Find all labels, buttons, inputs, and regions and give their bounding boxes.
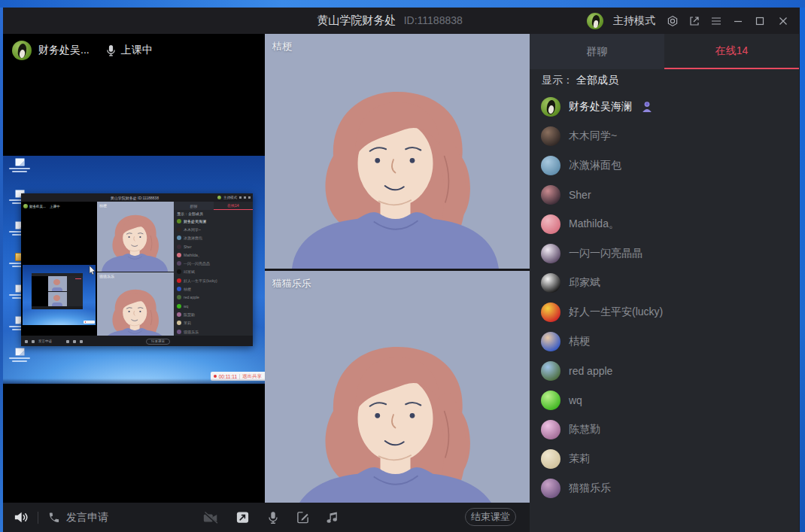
member-avatar bbox=[541, 273, 560, 293]
class-status: 上课中 bbox=[121, 44, 153, 57]
shared-app-window: 黄山学院财务处 ID:11188838 主持模式 bbox=[21, 193, 253, 346]
video-label-1: 桔梗 bbox=[272, 40, 292, 53]
mini-member-row: 好人一生平安(lucky) bbox=[174, 276, 253, 284]
room-title: 黄山学院财务处 bbox=[317, 14, 396, 26]
mic-button[interactable] bbox=[266, 511, 280, 524]
music-button[interactable] bbox=[326, 511, 339, 524]
member-avatar bbox=[541, 302, 560, 322]
member-row[interactable]: 茉莉 bbox=[530, 444, 799, 473]
member-name: 一闪一闪亮晶晶 bbox=[569, 247, 642, 260]
minimize-button[interactable] bbox=[732, 15, 744, 27]
member-name: Mathilda。 bbox=[569, 217, 619, 231]
presenter-avatar bbox=[12, 41, 32, 60]
menu-icon[interactable] bbox=[710, 15, 722, 27]
member-avatar bbox=[541, 361, 560, 381]
mini-member-row: Sher bbox=[174, 242, 253, 251]
presenter-name: 财务处吴... bbox=[38, 44, 90, 57]
speaker-button[interactable] bbox=[13, 509, 29, 525]
member-avatar bbox=[541, 244, 560, 263]
video-label-2: 猫猫乐乐 bbox=[272, 277, 311, 290]
filter-value[interactable]: 全部成员 bbox=[576, 74, 618, 87]
member-row[interactable]: 桔梗 bbox=[530, 327, 799, 356]
mini-member-row: 邱家斌 bbox=[174, 268, 253, 276]
member-name: red apple bbox=[569, 365, 612, 377]
titlebar: 黄山学院财务处 ID:11188838 主持模式 bbox=[3, 8, 800, 34]
shared-screen-recursion bbox=[23, 265, 96, 325]
member-row[interactable]: 木木同学~ bbox=[530, 121, 799, 150]
exit-share-button[interactable]: 退出共享 bbox=[242, 373, 262, 380]
member-name: 财务处吴海澜 bbox=[569, 100, 632, 114]
mini-member-row: 桔梗 bbox=[174, 284, 253, 293]
member-list: 财务处吴海澜 木木同学~ 冰激淋面包 Sher Mathilda。 一闪一闪亮晶… bbox=[530, 92, 799, 532]
member-avatar bbox=[541, 479, 560, 498]
member-name: 桔梗 bbox=[569, 335, 590, 348]
phone-icon[interactable] bbox=[47, 511, 60, 524]
member-row[interactable]: 财务处吴海澜 bbox=[530, 92, 799, 121]
presenter-video-area: 财务处吴... 上课中 bbox=[3, 34, 265, 503]
share-timer: 00:11:11 bbox=[219, 374, 237, 379]
window-title: 黄山学院财务处 ID:11188838 bbox=[317, 14, 463, 28]
app-window: 黄山学院财务处 ID:11188838 主持模式 bbox=[3, 8, 800, 532]
desktop-background: 黄山学院财务处 ID:11188838 主持模式 bbox=[0, 0, 805, 532]
mini-member-row: wq bbox=[174, 302, 253, 310]
screen-share-button[interactable] bbox=[235, 510, 250, 524]
mini-member-row: 一闪一闪亮晶晶 bbox=[174, 259, 253, 267]
whiteboard-button[interactable] bbox=[296, 511, 309, 524]
member-name: Sher bbox=[569, 189, 591, 201]
mini-member-row: Mathilda。 bbox=[174, 251, 253, 259]
member-row[interactable]: 冰激淋面包 bbox=[530, 150, 799, 180]
member-avatar bbox=[541, 126, 560, 146]
member-row[interactable]: 猫猫乐乐 bbox=[530, 473, 799, 503]
speak-request-button[interactable]: 发言申请 bbox=[66, 511, 108, 524]
maximize-button[interactable] bbox=[754, 15, 766, 27]
close-button[interactable] bbox=[777, 15, 789, 27]
mini-member-row: 陈慧勤 bbox=[174, 310, 253, 318]
member-avatar bbox=[541, 156, 560, 175]
toolbar: 发言申请 bbox=[3, 503, 530, 532]
mouse-cursor bbox=[89, 266, 96, 275]
member-row[interactable]: 好人一生平安(lucky) bbox=[530, 297, 799, 327]
mini-member-row: red apple bbox=[174, 293, 253, 302]
member-avatar bbox=[541, 391, 560, 410]
tab-online-members[interactable]: 在线14 bbox=[664, 34, 799, 69]
settings-icon[interactable] bbox=[667, 15, 679, 27]
end-class-button[interactable]: 结束课堂 bbox=[465, 508, 516, 526]
popout-icon[interactable] bbox=[688, 15, 700, 27]
avatar-illustration-1 bbox=[284, 81, 510, 269]
share-status-badge: 00:11:11 退出共享 bbox=[211, 372, 265, 381]
mini-member-row: 猫猫乐乐 bbox=[174, 327, 253, 336]
member-row[interactable]: Sher bbox=[530, 180, 799, 209]
member-row[interactable]: red apple bbox=[530, 356, 799, 385]
member-panel: 群聊 在线14 显示： 全部成员 财务处吴海澜 木木同学~ 冰激淋面包 bbox=[530, 34, 799, 532]
member-avatar bbox=[541, 332, 560, 351]
room-id: ID:11188838 bbox=[404, 14, 463, 26]
member-name: 冰激淋面包 bbox=[569, 159, 621, 172]
member-name: 木木同学~ bbox=[569, 129, 617, 143]
presenter-info: 财务处吴... 上课中 bbox=[12, 41, 153, 60]
host-mode-label[interactable]: 主持模式 bbox=[613, 14, 655, 28]
member-row[interactable]: 一闪一闪亮晶晶 bbox=[530, 239, 799, 268]
presenter-mic-icon bbox=[106, 44, 116, 56]
mini-member-row: 茉莉 bbox=[174, 319, 253, 327]
member-avatar bbox=[541, 97, 560, 117]
screen-share-view[interactable]: 黄山学院财务处 ID:11188838 主持模式 bbox=[3, 156, 265, 384]
member-row[interactable]: 邱家斌 bbox=[530, 268, 799, 297]
toolbar-divider bbox=[38, 512, 38, 524]
member-row[interactable]: 陈慧勤 bbox=[530, 415, 799, 444]
mini-member-row: 冰激淋面包 bbox=[174, 234, 253, 242]
member-row[interactable]: Mathilda。 bbox=[530, 209, 799, 239]
member-name: 猫猫乐乐 bbox=[569, 482, 611, 495]
member-name: 陈慧勤 bbox=[569, 423, 600, 436]
member-avatar bbox=[541, 214, 560, 234]
tab-group-chat[interactable]: 群聊 bbox=[530, 34, 664, 69]
member-row[interactable]: wq bbox=[530, 385, 799, 415]
user-avatar[interactable] bbox=[587, 13, 603, 29]
member-filter-row: 显示： 全部成员 bbox=[530, 69, 799, 92]
mini-member-row: 木木同学~ bbox=[174, 225, 253, 233]
member-avatar bbox=[541, 449, 560, 469]
video-tile-2[interactable]: 猫猫乐乐 bbox=[265, 271, 530, 503]
video-tile-1[interactable]: 桔梗 bbox=[265, 34, 530, 269]
camera-off-button[interactable] bbox=[202, 509, 219, 526]
desktop-edge-top bbox=[0, 0, 805, 8]
filter-label: 显示： bbox=[542, 74, 573, 87]
